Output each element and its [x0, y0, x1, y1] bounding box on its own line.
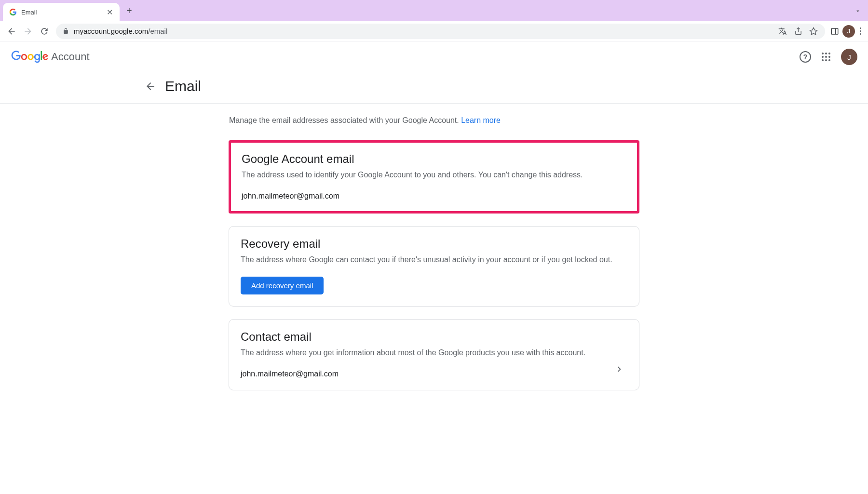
url-text: myaccount.google.com/email: [74, 27, 167, 35]
recovery-email-card: Recovery email The address where Google …: [229, 226, 639, 307]
back-button[interactable]: [5, 25, 18, 38]
page-title: Email: [165, 78, 201, 94]
main-content: Manage the email addresses associated wi…: [229, 104, 639, 390]
forward-button[interactable]: [21, 25, 35, 38]
card-title: Recovery email: [241, 237, 627, 251]
url-domain: myaccount.google.com: [74, 27, 148, 35]
browser-tab[interactable]: Email ✕: [3, 3, 120, 21]
chevron-right-icon[interactable]: [614, 364, 624, 374]
apps-icon[interactable]: [820, 51, 832, 63]
address-bar[interactable]: myaccount.google.com/email: [56, 24, 825, 39]
page-title-bar: Email: [0, 72, 868, 104]
url-path: /email: [148, 27, 167, 35]
card-description: The address where Google can contact you…: [241, 255, 627, 264]
card-title: Contact email: [241, 330, 627, 344]
lock-icon: [63, 28, 69, 34]
tabs-dropdown-button[interactable]: [854, 8, 861, 14]
help-icon[interactable]: ?: [800, 51, 811, 63]
side-panel-icon[interactable]: [830, 27, 840, 36]
google-account-logo[interactable]: Account: [11, 51, 90, 63]
contact-email-value: john.mailmeteor@gmail.com: [241, 370, 627, 378]
new-tab-button[interactable]: +: [126, 5, 132, 16]
google-account-email-card: Google Account email The address used to…: [229, 140, 639, 214]
share-icon[interactable]: [793, 27, 803, 36]
tab-title: Email: [21, 9, 101, 16]
svg-marker-1: [810, 27, 817, 34]
translate-icon[interactable]: [778, 27, 787, 36]
tab-favicon: [9, 8, 17, 16]
contact-email-card[interactable]: Contact email The address where you get …: [229, 319, 639, 390]
card-description: The address where you get information ab…: [241, 348, 627, 357]
learn-more-link[interactable]: Learn more: [461, 116, 501, 124]
app-header: Account ? J: [0, 41, 868, 72]
svg-rect-2: [831, 28, 838, 34]
reload-button[interactable]: [38, 25, 51, 38]
close-tab-button[interactable]: ✕: [105, 8, 114, 17]
browser-toolbar: myaccount.google.com/email J: [0, 21, 868, 41]
card-description: The address used to identify your Google…: [242, 171, 626, 179]
intro-text: Manage the email addresses associated wi…: [229, 116, 639, 125]
add-recovery-email-button[interactable]: Add recovery email: [241, 277, 324, 294]
bookmark-icon[interactable]: [809, 27, 818, 36]
card-title: Google Account email: [242, 152, 626, 166]
browser-tab-strip: Email ✕ +: [0, 0, 868, 21]
header-actions: ? J: [800, 49, 857, 65]
intro-text-span: Manage the email addresses associated wi…: [229, 116, 461, 124]
back-arrow-button[interactable]: [145, 80, 156, 92]
account-email-value: john.mailmeteor@gmail.com: [242, 192, 626, 200]
address-bar-actions: [778, 27, 818, 36]
account-label: Account: [51, 51, 90, 63]
profile-avatar[interactable]: J: [842, 25, 855, 38]
browser-menu-button[interactable]: [858, 26, 863, 37]
account-avatar[interactable]: J: [841, 49, 857, 65]
